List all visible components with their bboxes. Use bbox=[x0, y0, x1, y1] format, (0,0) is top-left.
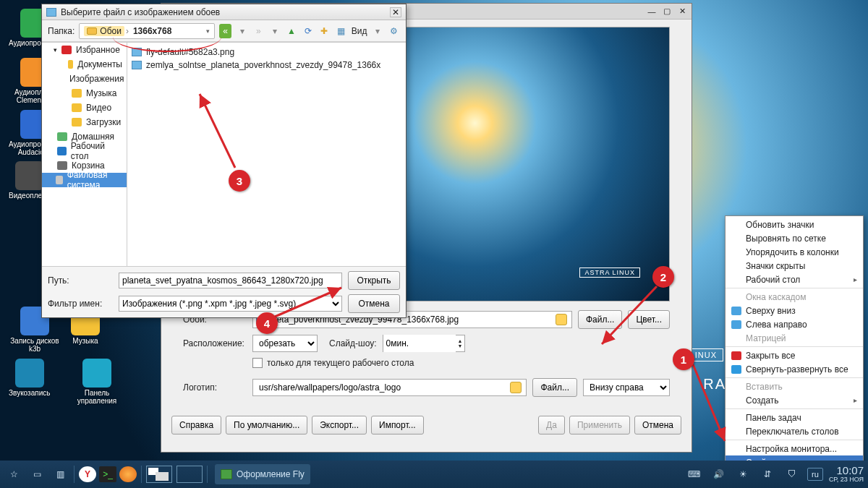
firefox-icon[interactable] bbox=[119, 466, 137, 482]
desktop-icon-label: Музыка bbox=[72, 337, 98, 345]
import-button[interactable]: Импорт... bbox=[371, 416, 424, 435]
filter-select[interactable]: Изображения (*.png *.xpm *.jpg *.jpeg *.… bbox=[119, 296, 342, 312]
logo-file-button[interactable]: Файл... bbox=[532, 378, 577, 397]
language-indicator[interactable]: ru bbox=[807, 468, 823, 481]
file-name: zemlya_solntse_planeta_poverkhnost_zvezd… bbox=[146, 60, 380, 70]
file-button[interactable]: Файл... bbox=[578, 310, 623, 329]
chooser-body: ▾ Избранное Документы Изображения Музыка… bbox=[42, 42, 406, 266]
folder-icon bbox=[46, 8, 56, 17]
astra-watermark-large: RA bbox=[703, 376, 726, 393]
nav-back-icon[interactable]: « bbox=[219, 24, 231, 38]
settings-icon[interactable]: ⚙ bbox=[388, 24, 400, 38]
spin-up-icon[interactable]: ▲ bbox=[458, 338, 463, 343]
chevron-down-icon[interactable]: ▾ bbox=[236, 24, 248, 38]
open-button[interactable]: Открыть bbox=[348, 271, 400, 290]
apply-button[interactable]: Применить bbox=[569, 416, 630, 435]
start-menu-icon[interactable]: ☆ bbox=[4, 465, 23, 484]
color-button[interactable]: Цвет... bbox=[628, 310, 670, 329]
context-menu-item[interactable]: Рабочий стол ▸ bbox=[726, 273, 863, 286]
default-button[interactable]: По умолчанию... bbox=[226, 416, 307, 435]
taskbar-clock[interactable]: 10:07 СР, 23 НОЯ bbox=[829, 465, 864, 484]
chevron-down-icon[interactable]: ▾ bbox=[269, 24, 281, 38]
logo-path-input[interactable] bbox=[256, 380, 509, 395]
volume-icon[interactable]: 🔊 bbox=[709, 465, 728, 484]
clear-icon[interactable] bbox=[510, 382, 522, 393]
places-label: Рабочий стол bbox=[71, 141, 122, 161]
usb-icon[interactable]: ⇵ bbox=[758, 465, 777, 484]
places-item[interactable]: ▾ Избранное bbox=[42, 43, 127, 57]
annotation-badge-1: 1 bbox=[673, 348, 694, 370]
folder-label: Папка: bbox=[48, 26, 75, 36]
current-desktop-checkbox[interactable]: только для текущего рабочего стола bbox=[252, 358, 414, 368]
context-menu-item[interactable]: Обновить значки bbox=[726, 218, 863, 231]
folder-icon bbox=[56, 176, 63, 184]
chooser-cancel-button[interactable]: Отмена bbox=[348, 294, 400, 313]
minimize-button[interactable]: — bbox=[645, 7, 658, 17]
keyboard-icon[interactable]: ⌨ bbox=[684, 465, 703, 484]
breadcrumb[interactable]: Обои › 1366x768 ▾ bbox=[79, 23, 215, 39]
context-menu-item[interactable]: Создать ▸ bbox=[726, 393, 863, 407]
context-menu-item[interactable]: Выровнять по сетке bbox=[726, 231, 863, 245]
desktop-icon[interactable]: Панель управления bbox=[71, 359, 123, 405]
context-menu-item[interactable]: Сверху вниз bbox=[726, 304, 863, 317]
help-button[interactable]: Справка bbox=[171, 416, 221, 435]
menu-item-icon bbox=[731, 427, 741, 436]
context-menu-item[interactable]: Свернуть-развернуть все bbox=[726, 362, 863, 376]
file-name: fly-default#5682a3.png bbox=[146, 47, 234, 57]
places-label: Избранное bbox=[76, 45, 120, 55]
browser-icon[interactable]: Y bbox=[79, 466, 96, 482]
workspace-2[interactable] bbox=[176, 466, 203, 483]
close-button[interactable]: ✕ bbox=[676, 7, 689, 17]
desktop-icon[interactable]: Звукозапись bbox=[9, 359, 50, 397]
show-desktop-icon[interactable]: ▭ bbox=[27, 465, 46, 484]
checkbox-label: только для текущего рабочего стола bbox=[267, 358, 414, 368]
slideshow-input[interactable] bbox=[383, 335, 456, 352]
menu-item-label: Переключатель столов bbox=[746, 427, 839, 437]
logo-position-select[interactable]: Внизу справа bbox=[583, 379, 670, 396]
task-label: Оформление Fly bbox=[237, 469, 305, 479]
network-icon[interactable]: ⛉ bbox=[783, 465, 801, 484]
file-item[interactable]: fly-default#5682a3.png bbox=[130, 46, 403, 59]
up-icon[interactable]: ▲ bbox=[286, 24, 298, 38]
places-item[interactable]: Файловая система bbox=[42, 173, 127, 187]
ok-button[interactable]: Да bbox=[538, 416, 565, 435]
places-item[interactable]: Музыка bbox=[42, 86, 127, 100]
places-item[interactable]: Изображения bbox=[42, 72, 127, 86]
context-menu-item[interactable]: Значки скрыты bbox=[726, 259, 863, 273]
context-menu-item[interactable]: Переключатель столов bbox=[726, 424, 863, 438]
menu-item-icon bbox=[731, 262, 741, 270]
file-manager-icon[interactable]: ▥ bbox=[51, 465, 69, 484]
places-item[interactable]: Видео bbox=[42, 100, 127, 115]
menu-item-icon bbox=[731, 351, 741, 360]
context-menu-item[interactable]: Закрыть все bbox=[726, 348, 863, 362]
chevron-down-icon[interactable]: ▾ bbox=[371, 24, 383, 38]
new-folder-icon[interactable]: ✚ bbox=[318, 24, 331, 38]
places-item[interactable]: Рабочий стол bbox=[42, 144, 127, 158]
places-item[interactable]: Документы bbox=[42, 57, 127, 72]
context-menu-item[interactable]: Упорядочить в колонки bbox=[726, 245, 863, 259]
context-menu-item[interactable]: Слева направо bbox=[726, 317, 863, 331]
spin-down-icon[interactable]: ▼ bbox=[458, 343, 463, 348]
file-item[interactable]: zemlya_solntse_planeta_poverkhnost_zvezd… bbox=[130, 59, 403, 72]
folder-icon bbox=[72, 103, 82, 112]
cancel-button[interactable]: Отмена bbox=[634, 416, 681, 435]
taskbar-task[interactable]: Оформление Fly bbox=[215, 464, 310, 484]
refresh-icon[interactable]: ⟳ bbox=[302, 24, 314, 38]
menu-item-label: Закрыть все bbox=[746, 351, 795, 361]
places-item[interactable]: Загрузки bbox=[42, 115, 127, 129]
export-button[interactable]: Экспорт... bbox=[312, 416, 367, 435]
context-menu-item[interactable]: Настройка монитора... bbox=[726, 442, 863, 455]
path-input[interactable] bbox=[119, 273, 342, 288]
logo-label: Логотип: bbox=[183, 382, 247, 393]
brightness-icon[interactable]: ☀ bbox=[733, 465, 752, 484]
view-mode-icon[interactable]: ▦ bbox=[335, 24, 347, 38]
close-icon[interactable]: ✕ bbox=[390, 7, 401, 17]
maximize-button[interactable]: ▢ bbox=[660, 7, 673, 17]
clear-icon[interactable] bbox=[556, 314, 567, 325]
workspace-1[interactable] bbox=[146, 466, 172, 483]
context-menu-item[interactable]: Панель задач bbox=[726, 411, 863, 424]
menu-item-label: Создать bbox=[746, 395, 779, 406]
folder-icon bbox=[57, 132, 67, 141]
layout-select[interactable]: обрезать bbox=[252, 335, 318, 352]
terminal-icon[interactable]: >_ bbox=[99, 466, 116, 482]
